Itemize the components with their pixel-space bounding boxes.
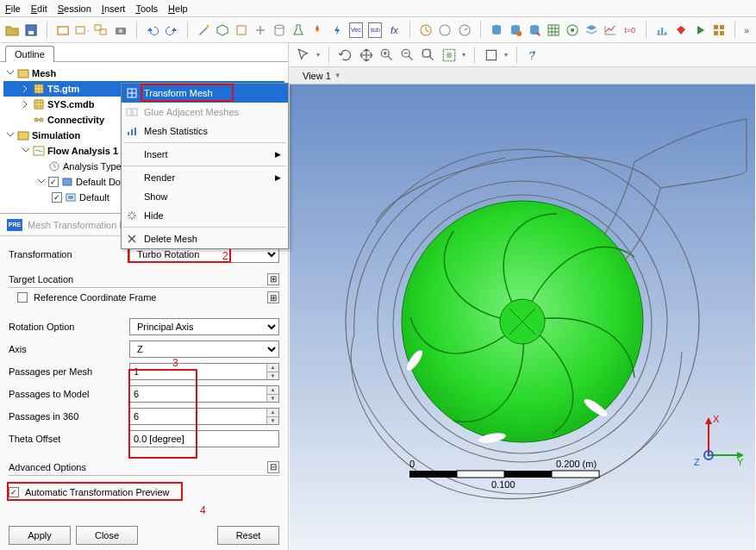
ctx-delete-mesh[interactable]: Delete Mesh — [122, 229, 288, 248]
svg-point-40 — [422, 49, 430, 57]
tree-item-flow[interactable]: Flow Analysis 1 — [47, 146, 118, 156]
cube-icon[interactable] — [216, 22, 229, 38]
redo-icon[interactable] — [165, 22, 178, 38]
fit-icon[interactable] — [441, 47, 457, 63]
sub-icon[interactable]: sub — [368, 22, 382, 38]
menu-file[interactable]: FFileile — [5, 3, 21, 14]
checkbox-icon[interactable] — [17, 292, 28, 303]
twisty-icon[interactable] — [21, 99, 31, 109]
axis-select[interactable]: Z — [129, 341, 279, 358]
clock-icon[interactable] — [419, 22, 433, 38]
apply-button[interactable]: Apply — [9, 526, 71, 545]
db3-icon[interactable] — [528, 22, 541, 38]
select-icon[interactable] — [296, 47, 311, 63]
twisty-icon[interactable] — [21, 84, 31, 94]
target-icon[interactable] — [565, 22, 579, 38]
menu-session[interactable]: Session — [58, 3, 91, 14]
chart-icon[interactable] — [655, 22, 669, 38]
flask-icon[interactable] — [291, 22, 305, 38]
theta-offset-input[interactable] — [129, 430, 279, 447]
zoom-in-icon[interactable] — [379, 47, 395, 63]
rotation-option-select[interactable]: Principal Axis — [129, 318, 279, 335]
cylinder-icon[interactable] — [272, 22, 286, 38]
twisty-icon[interactable] — [5, 130, 16, 141]
spinner-icon[interactable]: ▲▼ — [266, 364, 278, 379]
menu-help[interactable]: Help — [168, 3, 188, 14]
mesh-icon[interactable] — [547, 22, 560, 38]
chevron-down-icon[interactable]: ▼ — [334, 72, 341, 79]
tree-item-analysis-type[interactable]: Analysis Type — [63, 161, 122, 172]
twisty-icon[interactable] — [21, 146, 31, 156]
rotate-icon[interactable] — [338, 47, 353, 63]
twisty-icon[interactable] — [5, 68, 16, 78]
undo-icon[interactable] — [146, 22, 159, 38]
spinner-icon[interactable]: ▲▼ — [266, 409, 278, 424]
box-link-icon[interactable] — [94, 22, 108, 38]
t0-icon[interactable]: t=0 — [622, 22, 636, 38]
open-icon[interactable] — [5, 22, 19, 38]
ctx-render[interactable]: Render▶ — [122, 168, 288, 187]
ruby-icon[interactable] — [674, 22, 688, 38]
passages-in-360-label: Passages in 360 — [9, 411, 129, 422]
expand-icon[interactable]: ⊞ — [267, 291, 279, 303]
tab-outline[interactable]: Outline — [5, 46, 54, 62]
boundary-icon — [65, 191, 77, 203]
view-tab-1[interactable]: View 1 ▼ — [294, 69, 350, 83]
expand-icon[interactable]: ⊟ — [267, 461, 279, 473]
expand-icon[interactable]: ⊞ — [267, 273, 279, 285]
db1-icon[interactable] — [490, 22, 503, 38]
dialog-logo-icon: PRE — [7, 219, 22, 231]
clock3-icon[interactable] — [458, 22, 472, 38]
spinner-icon[interactable]: ▲▼ — [266, 386, 278, 402]
bolt-icon[interactable] — [330, 22, 344, 38]
tree-item-mesh[interactable]: Mesh — [32, 68, 56, 78]
fx-icon[interactable]: fx — [387, 22, 401, 38]
ctx-insert[interactable]: Insert▶ — [122, 145, 288, 164]
checkbox-icon[interactable]: ✓ — [52, 192, 62, 203]
reset-button[interactable]: Reset — [217, 526, 279, 545]
checkbox-icon[interactable]: ✓ — [9, 487, 19, 497]
play-icon[interactable] — [693, 22, 707, 38]
help-icon[interactable]: ? — [526, 47, 541, 63]
layers-icon[interactable] — [584, 22, 598, 38]
grid2-icon[interactable] — [712, 22, 726, 38]
arrows-icon[interactable] — [253, 22, 267, 38]
tree-item-sys[interactable]: SYS.cmdb — [47, 99, 94, 109]
tree-item-default-boundary[interactable]: Default — [79, 192, 109, 203]
tree-item-ts[interactable]: TS.gtm — [47, 84, 79, 94]
close-button[interactable]: Close — [76, 526, 138, 545]
camera-icon[interactable] — [114, 22, 128, 38]
wand-icon[interactable] — [197, 22, 210, 38]
flame-icon[interactable] — [310, 22, 324, 38]
zoom-out-icon[interactable] — [400, 47, 415, 63]
ctx-transform-mesh[interactable]: Transform Mesh — [122, 84, 288, 103]
toolbar-overflow[interactable]: » — [744, 25, 751, 35]
box-plus-icon[interactable]: ＋ — [75, 22, 89, 38]
clock2-icon[interactable] — [438, 22, 452, 38]
box2-icon[interactable] — [234, 22, 248, 38]
vec-icon[interactable]: Vec — [349, 22, 363, 38]
box-icon[interactable] — [56, 22, 70, 38]
menu-insert[interactable]: Insert — [102, 3, 126, 14]
pan-icon[interactable] — [359, 47, 374, 63]
passages-to-model-input[interactable] — [129, 385, 279, 403]
graph-icon[interactable] — [603, 22, 617, 38]
twisty-icon[interactable] — [36, 177, 47, 187]
passages-in-360-input[interactable] — [129, 408, 279, 425]
passages-per-mesh-input[interactable] — [129, 363, 279, 380]
zoom-box-icon[interactable] — [421, 47, 436, 63]
ctx-hide[interactable]: Hide — [122, 206, 288, 225]
svg-rect-56 — [457, 471, 504, 478]
viewport-3d[interactable]: 0 0.200 (m) 0.100 X Y Z — [289, 84, 756, 550]
ctx-show[interactable]: Show — [122, 187, 288, 206]
menu-edit[interactable]: Edit — [31, 3, 47, 14]
tree-item-simulation[interactable]: Simulation — [32, 130, 80, 141]
mesh-transformation-dialog: PRE Mesh Transformation Editor ✕ Transfo… — [0, 213, 288, 550]
save-icon[interactable] — [24, 22, 38, 38]
checkbox-icon[interactable]: ✓ — [48, 177, 59, 187]
tree-item-connectivity[interactable]: Connectivity — [47, 115, 104, 125]
db2-icon[interactable] — [509, 22, 522, 38]
render-mode-icon[interactable] — [484, 47, 499, 63]
ctx-mesh-statistics[interactable]: Mesh Statistics — [122, 122, 288, 141]
menu-tools[interactable]: Tools — [135, 3, 158, 14]
